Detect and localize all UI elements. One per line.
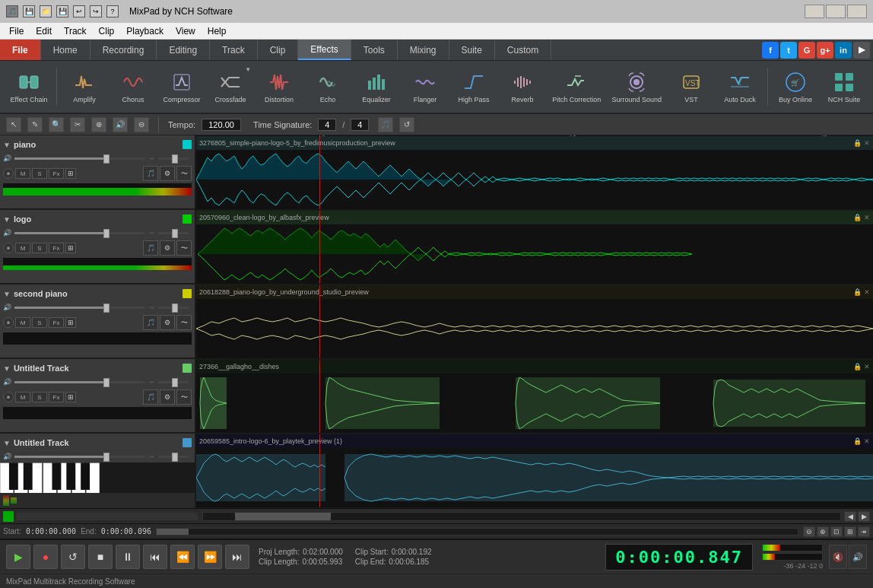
high-pass-button[interactable]: High Pass (451, 64, 497, 110)
menu-help[interactable]: Help (202, 24, 233, 38)
back-button[interactable]: ⏪ (170, 545, 195, 569)
ut1-pan-handle[interactable] (172, 378, 178, 387)
piano-record-btn[interactable]: ● (3, 168, 14, 179)
zoom-full-btn[interactable]: ⊞ (844, 526, 856, 537)
ut1-pan-track[interactable] (158, 381, 189, 383)
loop-button[interactable]: ↺ (61, 545, 85, 569)
googleplus-icon[interactable]: g+ (817, 42, 833, 59)
flanger-button[interactable]: Flanger (402, 64, 448, 110)
logo-vol-handle[interactable] (103, 229, 110, 238)
piano-pan-track[interactable] (158, 157, 189, 160)
ut1-vol-handle[interactable] (103, 378, 110, 387)
waveform-untitled1[interactable]: 27366__gallagho__dishes 🔒 ✕ (196, 360, 873, 434)
ut1-eq-btn[interactable]: ⊞ (65, 392, 76, 402)
sp-fx-btn[interactable]: Fx (49, 317, 64, 328)
equalizer-button[interactable]: Equalizer (354, 64, 399, 110)
more-social-icon[interactable]: ▶ (853, 42, 870, 59)
help-icon[interactable]: ? (106, 5, 119, 17)
sp-mute-btn[interactable]: M (15, 317, 30, 328)
time-sig-den-input[interactable] (351, 119, 369, 131)
reverb-button[interactable]: Reverb (500, 64, 545, 110)
facebook-icon[interactable]: f (762, 42, 779, 59)
track-expand-logo[interactable]: ▼ (3, 215, 11, 224)
undo[interactable]: ↩ (73, 5, 85, 17)
ut2-vol-track[interactable] (14, 456, 145, 458)
scroll-track[interactable] (202, 512, 841, 521)
echo-button[interactable]: Echo (305, 64, 351, 110)
waveform-untitled2[interactable]: 20659585_intro-logo-6_by_playtek_preview… (196, 434, 873, 508)
menu-clip[interactable]: Clip (93, 24, 121, 38)
tab-tools[interactable]: Tools (351, 40, 398, 60)
logo-color-btn[interactable]: 〜 (176, 240, 192, 256)
piano-vol-track[interactable] (14, 157, 145, 160)
sp-solo-btn[interactable]: S (32, 317, 47, 328)
logo-instrument-btn[interactable]: 🎵 (143, 240, 158, 256)
ut2-pan-track[interactable] (158, 456, 189, 458)
menu-track[interactable]: Track (58, 24, 93, 38)
piano-color-btn[interactable]: 〜 (176, 166, 192, 181)
logo-settings-btn[interactable]: ⚙ (160, 240, 175, 256)
tab-effects[interactable]: Effects (298, 40, 351, 60)
piano-settings-btn[interactable]: ⚙ (160, 166, 175, 181)
ut2-pan-handle[interactable] (172, 453, 178, 462)
sp-color-btn[interactable]: 〜 (176, 315, 192, 330)
zoom-in-btn[interactable]: ⊕ (817, 526, 829, 537)
piano-eq-btn[interactable]: ⊞ (65, 168, 76, 179)
tab-track[interactable]: Track (210, 40, 258, 60)
loop-btn[interactable]: ↺ (399, 117, 414, 132)
compressor-button[interactable]: Compressor (159, 64, 205, 110)
twitter-icon[interactable]: t (780, 42, 797, 59)
logo-vol-track[interactable] (14, 232, 145, 234)
minimize-button[interactable]: ─ (805, 5, 824, 18)
logo-pan-handle[interactable] (172, 229, 178, 238)
piano-fx-btn[interactable]: Fx (49, 168, 64, 179)
track-expand-piano[interactable]: ▼ (3, 141, 11, 149)
buy-online-button[interactable]: 🛒 Buy Online (773, 64, 818, 110)
ut2-vol-handle[interactable] (103, 453, 110, 462)
end-button[interactable]: ⏭ (225, 545, 249, 569)
forward-button[interactable]: ⏩ (198, 545, 222, 569)
pos-scrollbar[interactable] (156, 528, 798, 536)
logo-solo-btn[interactable]: S (32, 243, 47, 253)
pause-button[interactable]: ⏸ (116, 545, 140, 569)
waveform-piano[interactable]: 3276805_simple-piano-logo-5_by_fredimusi… (196, 136, 873, 211)
tab-suite[interactable]: Suite (449, 40, 495, 60)
ut1-vol-track[interactable] (14, 381, 145, 383)
sp-settings-btn[interactable]: ⚙ (160, 315, 175, 330)
zoom-fit-btn[interactable]: ⊡ (830, 526, 843, 537)
distortion-button[interactable]: Distortion (256, 64, 302, 110)
surround-sound-button[interactable]: Surround Sound (608, 64, 665, 110)
scroll-end-btn[interactable]: ↠ (858, 526, 870, 537)
track-expand-untitled1[interactable]: ▼ (3, 364, 11, 373)
logo-mute-btn[interactable]: M (15, 243, 30, 253)
tab-recording[interactable]: Recording (90, 40, 157, 60)
sp-eq-btn[interactable]: ⊞ (65, 317, 76, 328)
scroll-left-btn[interactable]: ◀ (844, 511, 856, 522)
nch-suite-button[interactable]: NCH Suite (821, 64, 867, 110)
volume-btn[interactable]: 🔊 (849, 545, 867, 569)
track-expand-untitled2[interactable]: ▼ (3, 439, 11, 447)
sp-instrument-btn[interactable]: 🎵 (143, 315, 158, 330)
pitch-correction-button[interactable]: Pitch Correction (548, 64, 605, 110)
tab-home[interactable]: Home (41, 40, 90, 60)
zoom-out-btn[interactable]: ⊖ (803, 526, 815, 537)
piano-mute-btn[interactable]: M (15, 168, 30, 179)
tab-custom[interactable]: Custom (495, 40, 551, 60)
ut1-color-btn[interactable]: 〜 (176, 389, 192, 405)
effect-chain-button[interactable]: Effect Chain (6, 64, 52, 110)
scroll-right-btn[interactable]: ▶ (858, 511, 870, 522)
ctrl-btn-2[interactable]: ✎ (27, 117, 43, 132)
play-button[interactable]: ▶ (6, 545, 30, 569)
metronome-btn[interactable]: 🎵 (378, 117, 393, 132)
ut1-record-btn[interactable]: ● (3, 392, 14, 402)
menu-view[interactable]: View (170, 24, 202, 38)
piano-instrument-btn[interactable]: 🎵 (143, 166, 158, 181)
track-expand-second-piano[interactable]: ▼ (3, 290, 11, 298)
ut1-settings-btn[interactable]: ⚙ (160, 389, 175, 405)
maximize-button[interactable]: □ (826, 5, 846, 18)
sp-vol-handle[interactable] (103, 304, 110, 313)
sp-pan-track[interactable] (158, 307, 189, 309)
quick-save[interactable]: 💾 (23, 5, 35, 17)
record-button[interactable]: ● (33, 545, 58, 569)
waveform-logo[interactable]: 20570960_clean-logo_by_albasfx_preview 🔒… (196, 211, 873, 285)
